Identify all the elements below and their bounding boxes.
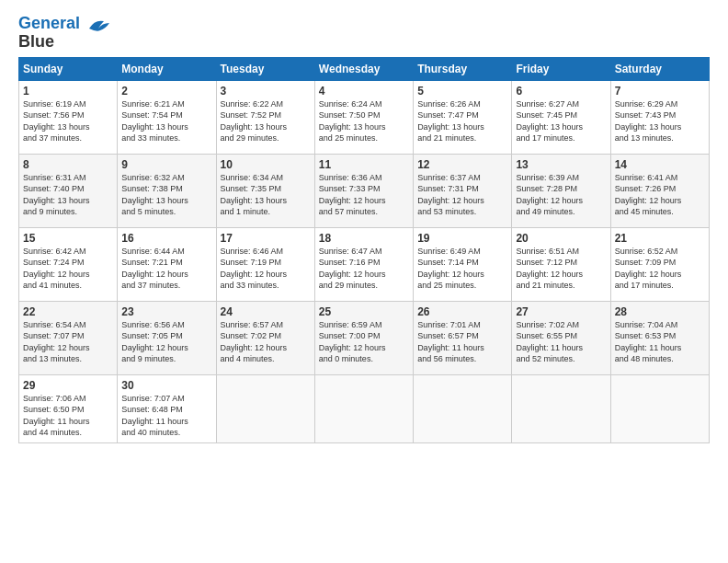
day-info: Sunrise: 6:56 AM Sunset: 7:05 PM Dayligh… bbox=[121, 319, 211, 365]
calendar-cell: 2Sunrise: 6:21 AM Sunset: 7:54 PM Daylig… bbox=[118, 80, 216, 154]
calendar-cell: 4Sunrise: 6:24 AM Sunset: 7:50 PM Daylig… bbox=[314, 80, 413, 154]
day-number: 20 bbox=[516, 232, 606, 245]
day-number: 13 bbox=[516, 158, 606, 171]
calendar-cell: 20Sunrise: 6:51 AM Sunset: 7:12 PM Dayli… bbox=[512, 227, 610, 301]
day-info: Sunrise: 6:32 AM Sunset: 7:38 PM Dayligh… bbox=[121, 172, 211, 218]
day-number: 22 bbox=[23, 305, 113, 318]
day-info: Sunrise: 6:34 AM Sunset: 7:35 PM Dayligh… bbox=[221, 172, 311, 218]
calendar-cell: 22Sunrise: 6:54 AM Sunset: 7:07 PM Dayli… bbox=[19, 301, 118, 374]
day-number: 25 bbox=[319, 305, 409, 318]
day-number: 7 bbox=[615, 85, 705, 98]
day-info: Sunrise: 6:59 AM Sunset: 7:00 PM Dayligh… bbox=[319, 319, 409, 365]
day-info: Sunrise: 6:36 AM Sunset: 7:33 PM Dayligh… bbox=[319, 172, 409, 218]
day-number: 8 bbox=[23, 158, 113, 171]
day-info: Sunrise: 6:44 AM Sunset: 7:21 PM Dayligh… bbox=[121, 246, 211, 292]
calendar-cell: 29Sunrise: 7:06 AM Sunset: 6:50 PM Dayli… bbox=[19, 374, 118, 442]
day-number: 18 bbox=[319, 232, 409, 245]
day-info: Sunrise: 6:54 AM Sunset: 7:07 PM Dayligh… bbox=[23, 319, 113, 365]
day-number: 21 bbox=[615, 232, 705, 245]
week-row-1: 1Sunrise: 6:19 AM Sunset: 7:56 PM Daylig… bbox=[19, 80, 710, 154]
calendar-cell: 27Sunrise: 7:02 AM Sunset: 6:55 PM Dayli… bbox=[512, 301, 610, 374]
calendar-cell: 23Sunrise: 6:56 AM Sunset: 7:05 PM Dayli… bbox=[118, 301, 216, 374]
day-info: Sunrise: 6:42 AM Sunset: 7:24 PM Dayligh… bbox=[23, 246, 113, 292]
day-number: 3 bbox=[221, 85, 311, 98]
calendar-cell bbox=[414, 374, 512, 442]
weekday-header-saturday: Saturday bbox=[610, 57, 709, 80]
calendar-cell: 11Sunrise: 6:36 AM Sunset: 7:33 PM Dayli… bbox=[314, 154, 413, 227]
calendar: SundayMondayTuesdayWednesdayThursdayFrid… bbox=[18, 57, 710, 443]
day-number: 19 bbox=[417, 232, 507, 245]
calendar-cell: 26Sunrise: 7:01 AM Sunset: 6:57 PM Dayli… bbox=[414, 301, 512, 374]
day-info: Sunrise: 6:21 AM Sunset: 7:54 PM Dayligh… bbox=[121, 98, 211, 144]
day-number: 6 bbox=[516, 85, 606, 98]
calendar-cell: 9Sunrise: 6:32 AM Sunset: 7:38 PM Daylig… bbox=[118, 154, 216, 227]
calendar-cell: 3Sunrise: 6:22 AM Sunset: 7:52 PM Daylig… bbox=[216, 80, 314, 154]
week-row-3: 15Sunrise: 6:42 AM Sunset: 7:24 PM Dayli… bbox=[19, 227, 710, 301]
day-info: Sunrise: 7:06 AM Sunset: 6:50 PM Dayligh… bbox=[23, 393, 113, 439]
day-info: Sunrise: 6:51 AM Sunset: 7:12 PM Dayligh… bbox=[516, 246, 606, 292]
day-number: 23 bbox=[121, 305, 211, 318]
day-info: Sunrise: 6:47 AM Sunset: 7:16 PM Dayligh… bbox=[319, 246, 409, 292]
day-number: 2 bbox=[121, 85, 211, 98]
logo-bird-icon bbox=[82, 16, 111, 41]
weekday-header-tuesday: Tuesday bbox=[216, 57, 314, 80]
day-number: 12 bbox=[417, 158, 507, 171]
calendar-cell bbox=[610, 374, 709, 442]
calendar-cell: 12Sunrise: 6:37 AM Sunset: 7:31 PM Dayli… bbox=[414, 154, 512, 227]
header: GeneralBlue bbox=[18, 15, 710, 52]
calendar-cell: 7Sunrise: 6:29 AM Sunset: 7:43 PM Daylig… bbox=[610, 80, 709, 154]
calendar-cell: 8Sunrise: 6:31 AM Sunset: 7:40 PM Daylig… bbox=[19, 154, 118, 227]
day-number: 15 bbox=[23, 232, 113, 245]
day-number: 9 bbox=[121, 158, 211, 171]
day-number: 16 bbox=[121, 232, 211, 245]
calendar-cell: 30Sunrise: 7:07 AM Sunset: 6:48 PM Dayli… bbox=[118, 374, 216, 442]
day-info: Sunrise: 6:41 AM Sunset: 7:26 PM Dayligh… bbox=[615, 172, 705, 218]
day-info: Sunrise: 6:29 AM Sunset: 7:43 PM Dayligh… bbox=[615, 98, 705, 144]
calendar-cell bbox=[216, 374, 314, 442]
calendar-cell: 19Sunrise: 6:49 AM Sunset: 7:14 PM Dayli… bbox=[414, 227, 512, 301]
weekday-header-thursday: Thursday bbox=[414, 57, 512, 80]
day-number: 14 bbox=[615, 158, 705, 171]
weekday-header-friday: Friday bbox=[512, 57, 610, 80]
day-number: 5 bbox=[417, 85, 507, 98]
calendar-cell: 13Sunrise: 6:39 AM Sunset: 7:28 PM Dayli… bbox=[512, 154, 610, 227]
day-number: 30 bbox=[121, 379, 211, 392]
calendar-cell: 5Sunrise: 6:26 AM Sunset: 7:47 PM Daylig… bbox=[414, 80, 512, 154]
day-number: 17 bbox=[221, 232, 311, 245]
day-info: Sunrise: 7:04 AM Sunset: 6:53 PM Dayligh… bbox=[615, 319, 705, 365]
week-row-5: 29Sunrise: 7:06 AM Sunset: 6:50 PM Dayli… bbox=[19, 374, 710, 442]
day-number: 29 bbox=[23, 379, 113, 392]
calendar-cell: 21Sunrise: 6:52 AM Sunset: 7:09 PM Dayli… bbox=[610, 227, 709, 301]
weekday-header-wednesday: Wednesday bbox=[314, 57, 413, 80]
day-number: 10 bbox=[221, 158, 311, 171]
calendar-cell: 28Sunrise: 7:04 AM Sunset: 6:53 PM Dayli… bbox=[610, 301, 709, 374]
day-number: 27 bbox=[516, 305, 606, 318]
weekday-header-sunday: Sunday bbox=[19, 57, 118, 80]
calendar-cell bbox=[314, 374, 413, 442]
week-row-2: 8Sunrise: 6:31 AM Sunset: 7:40 PM Daylig… bbox=[19, 154, 710, 227]
calendar-cell: 6Sunrise: 6:27 AM Sunset: 7:45 PM Daylig… bbox=[512, 80, 610, 154]
day-info: Sunrise: 6:39 AM Sunset: 7:28 PM Dayligh… bbox=[516, 172, 606, 218]
day-info: Sunrise: 6:52 AM Sunset: 7:09 PM Dayligh… bbox=[615, 246, 705, 292]
day-info: Sunrise: 6:31 AM Sunset: 7:40 PM Dayligh… bbox=[23, 172, 113, 218]
calendar-cell: 16Sunrise: 6:44 AM Sunset: 7:21 PM Dayli… bbox=[118, 227, 216, 301]
calendar-cell: 15Sunrise: 6:42 AM Sunset: 7:24 PM Dayli… bbox=[19, 227, 118, 301]
day-info: Sunrise: 6:19 AM Sunset: 7:56 PM Dayligh… bbox=[23, 98, 113, 144]
day-info: Sunrise: 6:49 AM Sunset: 7:14 PM Dayligh… bbox=[417, 246, 507, 292]
calendar-cell: 17Sunrise: 6:46 AM Sunset: 7:19 PM Dayli… bbox=[216, 227, 314, 301]
calendar-cell: 10Sunrise: 6:34 AM Sunset: 7:35 PM Dayli… bbox=[216, 154, 314, 227]
day-info: Sunrise: 6:22 AM Sunset: 7:52 PM Dayligh… bbox=[221, 98, 311, 144]
day-number: 4 bbox=[319, 85, 409, 98]
calendar-cell: 18Sunrise: 6:47 AM Sunset: 7:16 PM Dayli… bbox=[314, 227, 413, 301]
day-info: Sunrise: 7:02 AM Sunset: 6:55 PM Dayligh… bbox=[516, 319, 606, 365]
day-info: Sunrise: 6:37 AM Sunset: 7:31 PM Dayligh… bbox=[417, 172, 507, 218]
calendar-cell bbox=[512, 374, 610, 442]
weekday-header-monday: Monday bbox=[118, 57, 216, 80]
week-row-4: 22Sunrise: 6:54 AM Sunset: 7:07 PM Dayli… bbox=[19, 301, 710, 374]
day-number: 26 bbox=[417, 305, 507, 318]
day-number: 11 bbox=[319, 158, 409, 171]
calendar-cell: 24Sunrise: 6:57 AM Sunset: 7:02 PM Dayli… bbox=[216, 301, 314, 374]
calendar-cell: 25Sunrise: 6:59 AM Sunset: 7:00 PM Dayli… bbox=[314, 301, 413, 374]
day-info: Sunrise: 6:57 AM Sunset: 7:02 PM Dayligh… bbox=[221, 319, 311, 365]
calendar-cell: 1Sunrise: 6:19 AM Sunset: 7:56 PM Daylig… bbox=[19, 80, 118, 154]
